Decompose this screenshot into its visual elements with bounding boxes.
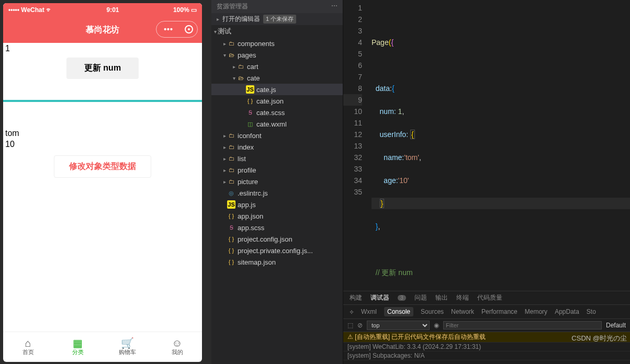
close-icon[interactable] <box>185 25 193 33</box>
file-app-json[interactable]: { }app.json <box>211 210 343 222</box>
tab-me[interactable]: ☺我的 <box>152 332 202 362</box>
tab-category[interactable]: ▦分类 <box>53 332 103 362</box>
console-toolbar: ⬚ ⊘ top ◉ Default <box>343 319 630 332</box>
tab-output[interactable]: 输出 <box>435 293 448 302</box>
folder-iconfont[interactable]: ▸🗀iconfont <box>211 130 343 141</box>
folder-components[interactable]: ▸🗀components <box>211 38 343 49</box>
gutter: 1 2 3 4 5 6 7 8 9 10 11 12 13 32 33 34 3… <box>343 0 367 291</box>
carrier: ••••• WeChat ᯤ <box>8 6 52 14</box>
tab-build[interactable]: 构建 <box>350 293 362 302</box>
file-app-js[interactable]: JSapp.js <box>211 199 343 210</box>
file-explorer: 贫源管理器⋯ ▸打开的编辑器1 个未保存 ▾测试 ▸🗀components ▾🗁… <box>211 0 343 364</box>
page-title: 慕尚花坊 <box>86 25 119 36</box>
debug-badge: 3 <box>398 295 406 301</box>
devtools-icon[interactable]: ⟡ <box>350 308 354 315</box>
tab-memory[interactable]: Memory <box>525 308 547 315</box>
user-age: 10 <box>3 139 202 150</box>
phone-body: 1 更新 num tom 10 修改对象类型数据 <box>3 43 202 332</box>
folder-cate[interactable]: ▾🗁cate <box>211 72 343 84</box>
user-name: tom <box>3 128 202 139</box>
code-body[interactable]: Page({ data:{ num: 1, userInfo: { name:'… <box>367 0 630 291</box>
status-bar: ••••• WeChat ᯤ 9:01 100% ▭ <box>3 3 202 17</box>
folder-index[interactable]: ▸🗀index <box>211 141 343 153</box>
category-icon: ▦ <box>73 338 83 348</box>
log-row: [system] WeChatLib: 3.3.4 (2024.2.29 17:… <box>343 343 630 351</box>
folder-profile[interactable]: ▸🗀profile <box>211 164 343 176</box>
tab-quality[interactable]: 代码质量 <box>477 293 502 302</box>
eye-icon[interactable]: ◉ <box>434 322 439 329</box>
code-editor[interactable]: 1 2 3 4 5 6 7 8 9 10 11 12 13 32 33 34 3… <box>343 0 630 291</box>
tab-wxml[interactable]: Wxml <box>361 308 377 315</box>
tab-console[interactable]: Console <box>384 307 413 316</box>
unsaved-badge: 1 个未保存 <box>263 15 296 24</box>
cart-icon: 🛒 <box>121 338 134 348</box>
tab-sources[interactable]: Sources <box>421 308 444 315</box>
file-project-private[interactable]: { }project.private.config.js... <box>211 245 343 256</box>
inspect-icon[interactable]: ⬚ <box>347 322 353 329</box>
folder-pages[interactable]: ▾🗁pages <box>211 49 343 61</box>
explorer-title: 贫源管理器⋯ <box>211 0 343 13</box>
level-select[interactable]: Default <box>606 322 626 329</box>
log-row: [system] Subpackages: N/A <box>343 351 630 360</box>
tab-performance[interactable]: Performance <box>481 308 518 315</box>
file-cate-js[interactable]: JScate.js <box>211 84 343 95</box>
file-eslint[interactable]: ◎.eslintrc.js <box>211 187 343 199</box>
filter-input[interactable] <box>443 321 602 329</box>
nav-bar: 慕尚花坊 <box>3 17 202 43</box>
update-obj-button[interactable]: 修改对象类型数据 <box>54 155 151 178</box>
console-output[interactable]: [自动热重载] 已开启代码文件保存后自动热重载 [system] WeChatL… <box>343 332 630 364</box>
file-project-config[interactable]: { }project.config.json <box>211 233 343 245</box>
tab-terminal[interactable]: 终端 <box>456 293 469 302</box>
phone-device: ••••• WeChat ᯤ 9:01 100% ▭ 慕尚花坊 1 更新 num… <box>3 3 202 362</box>
file-cate-json[interactable]: { }cate.json <box>211 95 343 107</box>
folder-list[interactable]: ▸🗀list <box>211 153 343 164</box>
clock: 9:01 <box>107 6 119 14</box>
file-app-scss[interactable]: Ꞩapp.scss <box>211 222 343 233</box>
panel-tabs: 构建 调试器 3 问题 输出 终端 代码质量 <box>343 291 630 305</box>
tab-debugger[interactable]: 调试器 <box>370 293 389 302</box>
context-select[interactable]: top <box>367 321 430 330</box>
tab-network[interactable]: Network <box>451 308 474 315</box>
divider <box>3 100 202 102</box>
update-num-button[interactable]: 更新 num <box>66 58 139 79</box>
file-cate-wxml[interactable]: ◫cate.wxml <box>211 118 343 130</box>
folder-picture[interactable]: ▸🗀picture <box>211 176 343 187</box>
home-icon: ⌂ <box>25 338 31 348</box>
log-row: [自动热重载] 已开启代码文件保存后自动热重载 <box>343 332 630 343</box>
folder-cart[interactable]: ▸🗀cart <box>211 61 343 72</box>
root-folder[interactable]: ▾测试 <box>211 25 343 38</box>
file-sitemap[interactable]: { }sitemap.json <box>211 256 343 268</box>
file-cate-scss[interactable]: Ꞩcate.scss <box>211 107 343 118</box>
battery: 100% ▭ <box>173 6 197 14</box>
clear-icon[interactable]: ⊘ <box>357 322 363 329</box>
capsule[interactable] <box>156 21 198 38</box>
num-display: 1 <box>3 43 202 54</box>
console-tabs: ⟡ Wxml Console Sources Network Performan… <box>343 305 630 319</box>
simulator-pane: ••••• WeChat ᯤ 9:01 100% ▭ 慕尚花坊 1 更新 num… <box>0 0 211 364</box>
me-icon: ☺ <box>172 338 182 348</box>
menu-icon[interactable] <box>161 25 176 33</box>
tab-cart[interactable]: 🛒购物车 <box>103 332 152 362</box>
bottom-panel: 构建 调试器 3 问题 输出 终端 代码质量 ⟡ Wxml Console So… <box>343 291 630 364</box>
tab-problems[interactable]: 问题 <box>414 293 427 302</box>
tabbar: ⌂首页 ▦分类 🛒购物车 ☺我的 <box>3 332 202 362</box>
tab-appdata[interactable]: AppData <box>555 308 579 315</box>
more-icon[interactable]: ⋯ <box>331 2 338 11</box>
editor-column: 1 2 3 4 5 6 7 8 9 10 11 12 13 32 33 34 3… <box>343 0 630 364</box>
tab-storage[interactable]: Sto <box>587 308 596 315</box>
tab-home[interactable]: ⌂首页 <box>3 332 53 362</box>
open-editors[interactable]: ▸打开的编辑器1 个未保存 <box>211 13 343 25</box>
